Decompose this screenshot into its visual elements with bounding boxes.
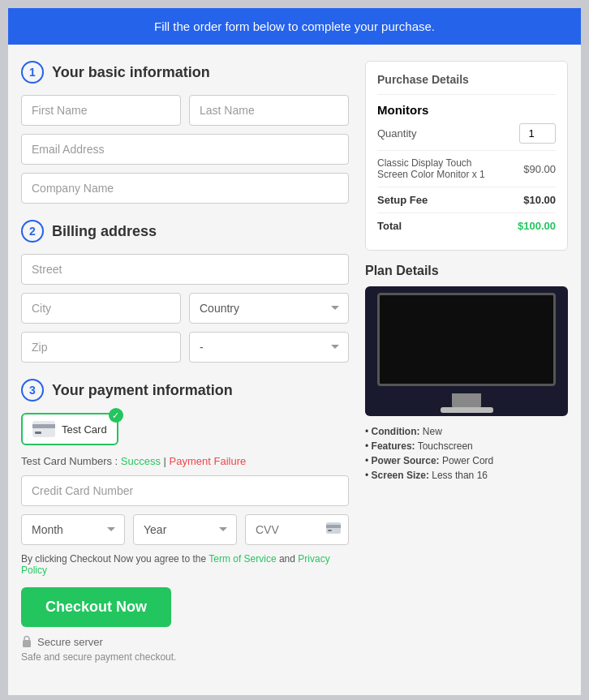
setup-fee-label: Setup Fee [377, 194, 428, 206]
right-panel: Purchase Details Monitors Quantity Class… [365, 61, 568, 679]
section-payment: 3 Your payment information ✓ Test Card [21, 379, 349, 663]
email-input[interactable] [21, 134, 349, 165]
cc-number-row [21, 475, 349, 506]
page-wrapper: Fill the order form below to complete yo… [8, 8, 581, 695]
monitor-image [365, 286, 568, 416]
lock-icon [21, 635, 32, 648]
item-row: Classic Display TouchScreen Color Monito… [377, 157, 556, 180]
section3-title: 3 Your payment information [21, 379, 349, 402]
card-option[interactable]: ✓ Test Card [21, 413, 118, 445]
terms-text: By clicking Checkout Now you agree to th… [21, 553, 349, 576]
section1-title: 1 Your basic information [21, 61, 349, 84]
divider2 [377, 187, 556, 187]
failure-link[interactable]: Payment Failure [170, 455, 247, 467]
plan-features-list: Condition: NewFeatures: TouchscreenPower… [365, 426, 568, 481]
svg-rect-0 [32, 421, 55, 437]
card-label: Test Card [62, 423, 107, 436]
purchase-details-box: Purchase Details Monitors Quantity Class… [365, 61, 568, 251]
month-select[interactable]: Month JanuaryFebruaryMarch AprilMayJune … [21, 514, 125, 545]
left-panel: 1 Your basic information [21, 61, 365, 679]
main-content: 1 Your basic information [8, 45, 581, 695]
svg-rect-2 [35, 432, 41, 434]
quantity-label: Quantity [377, 127, 416, 140]
secure-label: Secure server [37, 636, 103, 648]
checkout-button[interactable]: Checkout Now [21, 587, 171, 627]
cc-number-field [21, 475, 349, 506]
company-input[interactable] [21, 173, 349, 204]
total-label: Total [377, 220, 402, 232]
quantity-row: Quantity [377, 123, 556, 144]
email-row [21, 134, 349, 165]
street-row [21, 254, 349, 285]
email-field [21, 134, 349, 165]
plan-details: Plan Details Condition: NewFeatures: Tou… [365, 264, 568, 481]
first-name-field [21, 95, 181, 126]
step3-circle: 3 [21, 379, 44, 402]
name-row [21, 95, 349, 126]
monitor-base [441, 407, 493, 413]
company-field [21, 173, 349, 204]
section2-title: 2 Billing address [21, 220, 349, 243]
test-card-info: Test Card Numbers : Success | Payment Fa… [21, 455, 349, 467]
zip-field [21, 332, 181, 363]
last-name-input[interactable] [189, 95, 349, 126]
first-name-input[interactable] [21, 95, 181, 126]
success-link[interactable]: Success [121, 455, 161, 467]
check-icon: ✓ [109, 408, 123, 423]
divider1 [377, 150, 556, 151]
svg-rect-1 [32, 424, 55, 428]
svg-rect-4 [326, 525, 341, 528]
setup-fee-row: Setup Fee $10.00 [377, 194, 556, 206]
country-select[interactable]: Country [189, 293, 349, 324]
list-item: Features: Touchscreen [365, 440, 568, 452]
secure-info: Secure server [21, 635, 349, 648]
product-title: Monitors [377, 103, 556, 117]
cvv-card-icon [326, 522, 341, 537]
year-field: Year 202420252026 202720282029 [133, 514, 237, 545]
street-field [21, 254, 349, 285]
city-country-row: Country [21, 293, 349, 324]
total-price: $100.00 [518, 220, 556, 232]
divider3 [377, 213, 556, 213]
plan-details-title: Plan Details [365, 264, 568, 278]
purchase-details-title: Purchase Details [377, 73, 556, 95]
company-row [21, 173, 349, 204]
item-name: Classic Display TouchScreen Color Monito… [377, 157, 485, 180]
banner-text: Fill the order form below to complete yo… [154, 19, 435, 33]
card-icon [32, 421, 55, 437]
list-item: Condition: New [365, 426, 568, 437]
monitor-stand [452, 393, 481, 408]
cc-number-input[interactable] [21, 475, 349, 506]
section-billing: 2 Billing address Country [21, 220, 349, 363]
step2-circle: 2 [21, 220, 44, 243]
setup-fee-price: $10.00 [523, 194, 556, 206]
country-field: Country [189, 293, 349, 324]
list-item: Screen Size: Less than 16 [365, 470, 568, 481]
total-row: Total $100.00 [377, 220, 556, 232]
cvv-field-wrapper [245, 514, 349, 545]
quantity-input[interactable] [519, 123, 556, 144]
item-price: $90.00 [523, 163, 556, 175]
monitor-screen [377, 293, 556, 386]
month-field: Month JanuaryFebruaryMarch AprilMayJune … [21, 514, 125, 545]
list-item: Power Source: Power Cord [365, 455, 568, 466]
step1-circle: 1 [21, 61, 44, 84]
svg-rect-5 [328, 530, 332, 531]
zip-state-row: - [21, 332, 349, 363]
city-field [21, 293, 181, 324]
tos-link[interactable]: Term of Service [209, 553, 276, 565]
city-input[interactable] [21, 293, 181, 324]
top-banner: Fill the order form below to complete yo… [8, 8, 581, 45]
month-year-cvv-row: Month JanuaryFebruaryMarch AprilMayJune … [21, 514, 349, 545]
svg-rect-6 [23, 640, 31, 647]
last-name-field [189, 95, 349, 126]
street-input[interactable] [21, 254, 349, 285]
year-select[interactable]: Year 202420252026 202720282029 [133, 514, 237, 545]
state-select[interactable]: - [189, 332, 349, 363]
section-basic-info: 1 Your basic information [21, 61, 349, 204]
secure-sub-text: Safe and secure payment checkout. [21, 651, 349, 663]
state-field: - [189, 332, 349, 363]
zip-input[interactable] [21, 332, 181, 363]
